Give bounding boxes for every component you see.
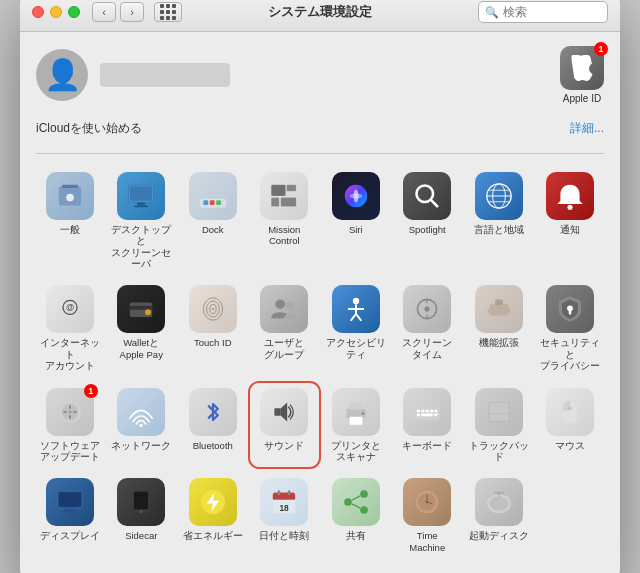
icon-item-spotlight[interactable]: Spotlight <box>394 168 462 274</box>
icon-item-timemachine[interactable]: TimeMachine <box>394 474 462 557</box>
icon-item-printer[interactable]: プリンタとスキャナ <box>322 384 390 467</box>
icon-item-mouse[interactable]: マウス <box>537 384 605 467</box>
svg-rect-9 <box>203 200 208 205</box>
profile-row: 👤 1 Apple ID <box>36 46 604 104</box>
svg-point-56 <box>140 423 143 426</box>
svg-rect-89 <box>288 491 291 496</box>
minimize-button[interactable] <box>50 6 62 18</box>
search-input[interactable] <box>503 5 601 19</box>
icon-item-sound[interactable]: サウンド <box>251 384 319 467</box>
mouse-label: マウス <box>555 440 585 451</box>
icon-item-network[interactable]: ネットワーク <box>108 384 176 467</box>
extens-icon <box>475 285 523 333</box>
sharing-label: 共有 <box>346 530 366 541</box>
icon-item-notif[interactable]: 通知 <box>537 168 605 274</box>
icon-item-trackpad[interactable]: トラックパッド <box>465 384 533 467</box>
icon-row-2: 1ソフトウェアアップデートネットワークBluetoothサウンドプリンタとスキャ… <box>36 384 604 467</box>
svg-rect-69 <box>417 413 420 416</box>
icon-item-security[interactable]: セキュリティとプライバシー <box>537 281 605 375</box>
svg-rect-71 <box>434 413 437 416</box>
svg-rect-70 <box>421 413 433 416</box>
avatar[interactable]: 👤 <box>36 49 88 101</box>
username-bar <box>100 63 230 87</box>
icon-item-display[interactable]: ディスプレイ <box>36 474 104 557</box>
icon-item-users[interactable]: ユーザとグループ <box>251 281 319 375</box>
svg-rect-81 <box>134 492 148 510</box>
apple-id-label: Apple ID <box>563 93 601 104</box>
network-icon <box>117 388 165 436</box>
svg-rect-65 <box>421 409 424 412</box>
icon-item-general[interactable]: 一般 <box>36 168 104 274</box>
svg-point-51 <box>567 306 573 312</box>
svg-rect-48 <box>495 300 503 306</box>
close-button[interactable] <box>32 6 44 18</box>
trackpad-icon <box>475 388 523 436</box>
svg-rect-10 <box>210 200 215 205</box>
back-button[interactable]: ‹ <box>92 2 116 22</box>
svg-rect-67 <box>430 409 433 412</box>
bluetooth-icon <box>189 388 237 436</box>
spotlight-icon <box>403 172 451 220</box>
network-label: ネットワーク <box>111 440 171 451</box>
icon-item-sidecar[interactable]: Sidecar <box>108 474 176 557</box>
icon-item-sharing[interactable]: 共有 <box>322 474 390 557</box>
apple-id-button[interactable]: 1 Apple ID <box>560 46 604 104</box>
icon-item-desktop[interactable]: デスクトップとスクリーンセーバ <box>108 168 176 274</box>
icon-item-software[interactable]: 1ソフトウェアアップデート <box>36 384 104 467</box>
apple-id-badge: 1 <box>594 42 608 56</box>
grid-icon <box>160 4 176 20</box>
icon-item-wallet[interactable]: WalletとApple Pay <box>108 281 176 375</box>
datetime-icon: 18 <box>260 478 308 526</box>
svg-rect-4 <box>137 202 145 205</box>
grid-view-button[interactable] <box>154 2 182 22</box>
internet-icon: @ <box>46 285 94 333</box>
svg-marker-58 <box>281 402 287 421</box>
system-preferences-window: ‹ › システム環境設定 🔍 👤 <box>20 0 620 573</box>
svg-point-31 <box>145 310 151 316</box>
timemachine-label: TimeMachine <box>409 530 445 553</box>
svg-rect-57 <box>275 408 281 416</box>
icon-item-extens[interactable]: 機能拡張 <box>465 281 533 375</box>
svg-rect-66 <box>426 409 429 412</box>
icon-item-keyboard[interactable]: キーボード <box>394 384 462 467</box>
icon-item-datetime[interactable]: 18日付と時刻 <box>251 474 319 557</box>
avatar-icon: 👤 <box>44 57 81 92</box>
icon-item-startup[interactable]: 起動ディスク <box>465 474 533 557</box>
maximize-button[interactable] <box>68 6 80 18</box>
icon-item-internet[interactable]: @インターネットアカウント <box>36 281 104 375</box>
search-box[interactable]: 🔍 <box>478 1 608 23</box>
spotlight-label: Spotlight <box>409 224 446 235</box>
svg-rect-14 <box>271 197 279 206</box>
icloud-link[interactable]: 詳細... <box>570 120 604 137</box>
forward-button[interactable]: › <box>120 2 144 22</box>
svg-rect-60 <box>349 402 362 409</box>
wallet-icon <box>117 285 165 333</box>
icon-item-dock[interactable]: Dock <box>179 168 247 274</box>
touchid-icon <box>189 285 237 333</box>
icon-item-siri[interactable]: Siri <box>322 168 390 274</box>
icon-item-mission[interactable]: MissionControl <box>251 168 319 274</box>
icon-item-bluetooth[interactable]: Bluetooth <box>179 384 247 467</box>
svg-rect-50 <box>506 309 510 313</box>
touchid-label: Touch ID <box>194 337 232 348</box>
startup-icon <box>475 478 523 526</box>
extens-label: 機能拡張 <box>479 337 519 348</box>
access-label: アクセシビリティ <box>326 337 386 360</box>
svg-point-37 <box>286 302 294 310</box>
dock-label: Dock <box>202 224 224 235</box>
svg-line-93 <box>352 496 360 500</box>
icon-item-lang[interactable]: 言語と地域 <box>465 168 533 274</box>
mouse-icon <box>546 388 594 436</box>
mission-label: MissionControl <box>268 224 300 247</box>
svg-rect-72 <box>489 402 509 421</box>
icon-item-touchid[interactable]: Touch ID <box>179 281 247 375</box>
users-icon <box>260 285 308 333</box>
keyboard-icon <box>403 388 451 436</box>
icon-item-access[interactable]: アクセシビリティ <box>322 281 390 375</box>
icon-item-screen[interactable]: スクリーンタイム <box>394 281 462 375</box>
svg-point-18 <box>349 193 362 198</box>
security-label: セキュリティとプライバシー <box>540 337 600 371</box>
icon-item-energy[interactable]: 省エネルギー <box>179 474 247 557</box>
svg-point-82 <box>140 510 143 513</box>
svg-point-92 <box>360 507 368 515</box>
